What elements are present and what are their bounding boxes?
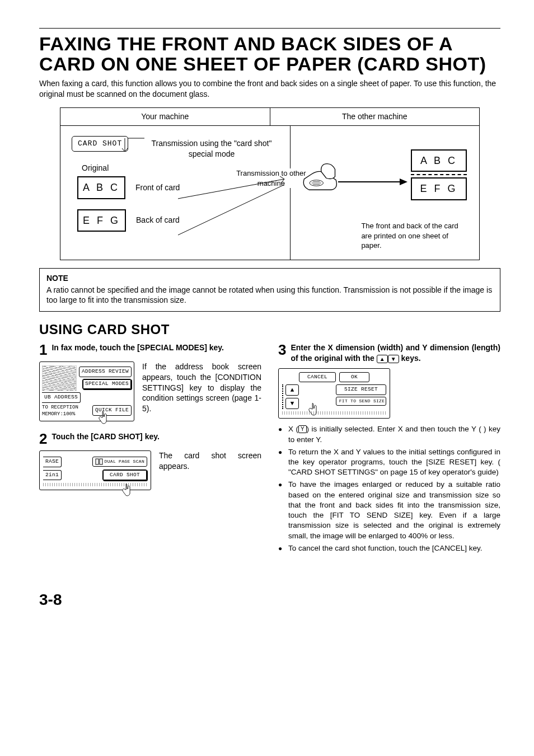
transmission-mode-note: Transmission using the "card shot" speci… [147,138,276,159]
output-back-text: E F G [411,177,467,200]
step-3-title: Enter the X dimension (width) and Y dime… [291,342,500,364]
output-caption: The front and back of the card are print… [361,221,470,251]
bullet-item: To have the images enlarged or reduced b… [278,480,500,541]
bullet-item: X (Y) is initially selected. Enter X and… [278,424,500,444]
pointing-hand-icon [96,411,110,425]
step-3-bullets: X (Y) is initially selected. Enter X and… [278,424,500,553]
front-card-box: A B C [77,176,125,199]
page-title: FAXING THE FRONT AND BACK SIDES OF A CAR… [39,34,500,74]
diagram-header-left: Your machine [60,108,270,126]
step-1-body: If the address book screen appears, touc… [142,361,261,421]
preview-thumbnail-icon [42,365,77,391]
dual-page-scan-button[interactable]: DUAL PAGE SCAN [92,457,147,467]
note-body: A ratio cannot be specified and the imag… [46,285,493,306]
reception-label: TO RECEPTION [42,404,78,411]
step-2-number: 2 [39,431,47,446]
down-arrow-button[interactable]: ▼ [285,398,299,409]
special-modes-button[interactable]: SPECIAL MODES [82,379,132,389]
memory-label: MEMORY:100% [42,411,78,417]
erase-button[interactable]: RASE [43,457,62,467]
front-card-label: Front of card [135,182,180,193]
step-2-panel: RASE DUAL PAGE SCAN 2in1 CARD SHOT [39,450,151,491]
bullet-item: To cancel the card shot function, touch … [278,543,500,553]
y-key-icon: Y [298,425,307,433]
size-reset-button[interactable]: SIZE RESET [336,384,386,395]
step-1-panel: ADDRESS REVIEW SPECIAL MODES UB ADDRESS … [39,361,134,421]
output-sheet: A B C E F G [411,149,467,203]
card-shot-diagram: Your machine The other machine CARD SHOT… [60,107,480,260]
card-shot-mode-button: CARD SHOT [72,136,128,152]
dual-page-icon [95,458,103,465]
pointing-hand-icon [306,402,320,417]
svg-rect-3 [96,459,99,464]
step-3-number: 3 [278,342,286,364]
bullet-item: To return the X and Y values to the init… [278,447,500,478]
top-rule [39,28,500,29]
address-review-button[interactable]: ADDRESS REVIEW [79,367,132,377]
cancel-button[interactable]: CANCEL [299,372,336,383]
output-front-text: A B C [411,149,467,172]
step-2-title: Touch the [CARD SHOT] key. [51,431,261,446]
two-in-one-button[interactable]: 2in1 [43,470,62,481]
down-arrow-key-icon: ▼ [388,355,399,363]
step-1-number: 1 [39,342,47,357]
up-arrow-button[interactable]: ▲ [285,384,299,396]
output-divider [411,174,467,175]
intro-paragraph: When faxing a card, this function allows… [39,78,500,100]
svg-rect-4 [100,459,102,464]
fit-to-send-size-button[interactable]: FIT TO SEND SIZE [336,397,386,406]
up-arrow-key-icon: ▲ [377,355,388,363]
ok-button[interactable]: OK [339,372,369,383]
diagram-header-right: The other machine [270,108,480,126]
section-heading: USING CARD SHOT [39,321,500,339]
sub-address-button[interactable]: UB ADDRESS [42,392,81,403]
step-3-panel: CANCEL OK ▲ ▼ SIZE RESET FIT TO SEND SIZ… [278,368,390,419]
output-arrow-icon [338,171,416,204]
note-heading: NOTE [46,273,493,284]
back-card-box: E F G [77,209,126,232]
note-box: NOTE A ratio cannot be specified and the… [39,268,500,312]
card-shot-button[interactable]: CARD SHOT [102,469,147,481]
page-number: 3-8 [39,589,500,611]
svg-marker-2 [400,179,407,185]
step-2-body: The card shot screen appears. [159,450,261,494]
back-card-label: Back of card [136,215,180,226]
step-1-title: In fax mode, touch the [SPECIAL MODES] k… [51,342,261,357]
